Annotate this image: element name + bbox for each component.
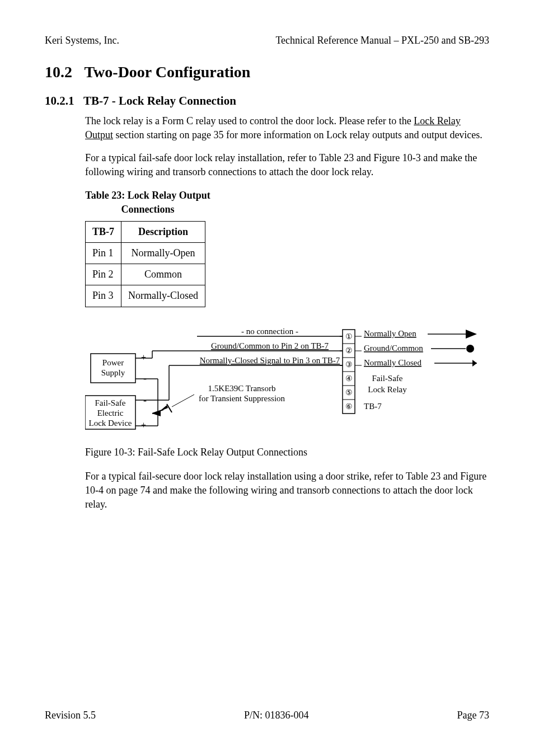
circle-icon	[466, 345, 474, 353]
paragraph-1: The lock relay is a Form C relay used to…	[85, 114, 489, 142]
paragraph-3: For a typical fail-secure door lock rela…	[85, 469, 489, 512]
page-header: Keri Systems, Inc. Technical Reference M…	[45, 34, 489, 48]
table-header-tb7: TB-7	[86, 221, 121, 242]
right-label-fail-safe: Fail-Safe	[372, 374, 403, 383]
figure-10-3: Power Supply + - Fail-Safe Electric Lock…	[85, 323, 489, 439]
page-number-label: Page 73	[457, 708, 490, 722]
right-label-normally-closed: Normally Closed	[364, 358, 421, 367]
table-header-description: Description	[121, 221, 205, 242]
power-supply-label-2: Supply	[101, 368, 125, 377]
wire-no-connection-label: - no connection -	[241, 327, 298, 336]
subsection-number: 10.2.1	[45, 93, 81, 109]
svg-line-16	[172, 395, 194, 407]
wire-nc-signal-label: Normally-Closed Signal to Pin 3 on TB-7	[200, 356, 340, 365]
triangle-icon	[466, 330, 477, 339]
tb-pin-3: ③	[345, 360, 353, 369]
right-label-lock-relay: Lock Relay	[368, 385, 407, 394]
lock-device-label-3: Lock Device	[88, 419, 132, 428]
lock-device-label-1: Fail-Safe	[95, 398, 126, 407]
svg-line-15	[167, 404, 172, 412]
manual-title: Technical Reference Manual – PXL-250 and…	[275, 34, 489, 48]
section-title: Two-Door Configuration	[85, 63, 251, 81]
subsection-heading: 10.2.1 TB-7 - Lock Relay Connection	[45, 93, 489, 109]
right-label-ground-common: Ground/Common	[364, 344, 423, 353]
lock-plus-label: +	[141, 420, 146, 430]
table-row: Pin 2 Common	[86, 264, 205, 285]
tb-pin-2: ②	[345, 346, 353, 355]
figure-10-3-caption: Figure 10-3: Fail-Safe Lock Relay Output…	[85, 445, 489, 459]
power-supply-label-1: Power	[102, 358, 124, 367]
wire-ground-common-label: Ground/Common to Pin 2 on TB-7	[211, 341, 329, 350]
tb-pin-5: ⑤	[345, 388, 353, 397]
company-name: Keri Systems, Inc.	[45, 34, 119, 48]
lock-device-label-2: Electric	[97, 408, 124, 417]
table-23: TB-7 Description Pin 1 Normally-Open Pin…	[85, 221, 205, 307]
page-footer: Revision 5.5 P/N: 01836-004 Page 73	[45, 664, 489, 722]
wiring-diagram: Power Supply + - Fail-Safe Electric Lock…	[85, 323, 477, 435]
tb-pin-6: ⑥	[345, 402, 353, 411]
tb-pin-4: ④	[345, 374, 353, 383]
right-label-tb7: TB-7	[364, 402, 382, 411]
svg-marker-14	[160, 405, 168, 411]
transorb-label-1: 1.5KE39C Transorb	[208, 384, 276, 393]
section-heading: 10.2 Two-Door Configuration	[45, 61, 489, 83]
part-number-label: P/N: 01836-004	[244, 708, 309, 722]
paragraph-2: For a typical fail-safe door lock relay …	[85, 151, 489, 179]
tb-pin-1: ①	[345, 332, 353, 341]
revision-label: Revision 5.5	[45, 708, 96, 722]
table-row: Pin 3 Normally-Closed	[86, 285, 205, 307]
table-row: Pin 1 Normally-Open	[86, 243, 205, 264]
section-number: 10.2	[45, 61, 81, 83]
transorb-label-2: for Transient Suppression	[199, 394, 285, 403]
subsection-title: TB-7 - Lock Relay Connection	[83, 94, 236, 107]
power-plus-label: +	[141, 353, 146, 362]
table-23-caption: Table 23: Lock Relay Output Connections	[85, 189, 210, 217]
right-label-normally-open: Normally Open	[364, 329, 416, 338]
power-minus-label: -	[143, 373, 147, 384]
arrow-icon	[472, 360, 477, 367]
table-header-row: TB-7 Description	[86, 221, 205, 242]
